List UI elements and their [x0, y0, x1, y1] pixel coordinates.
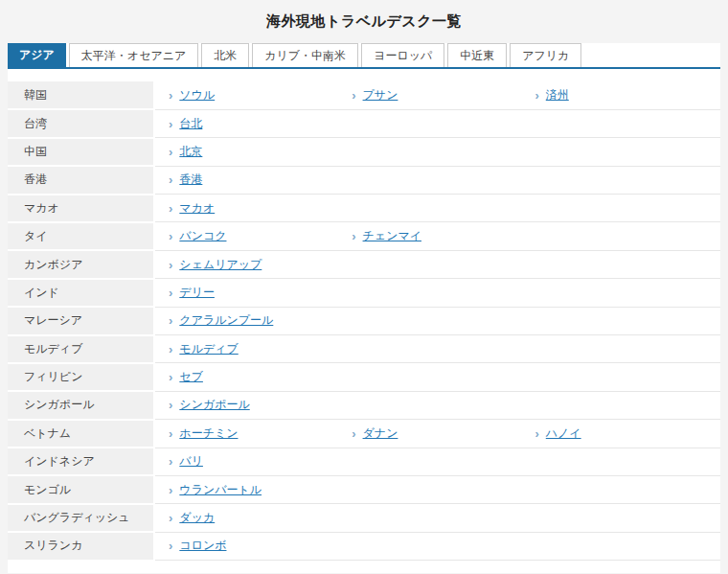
- chevron-right-icon: ›: [169, 230, 172, 242]
- cities-list: ›シンガポール: [169, 397, 720, 413]
- city-link-label: コロンボ: [179, 538, 226, 554]
- city-link[interactable]: ›台北: [169, 116, 352, 132]
- chevron-right-icon: ›: [169, 146, 172, 158]
- cities-list: ›北京: [169, 144, 720, 160]
- city-link-label: バリ: [179, 453, 203, 470]
- country-label: カンボジア: [8, 250, 154, 278]
- page-title: 海外現地トラベルデスク一覧: [0, 0, 728, 43]
- city-link[interactable]: ›ウランバートル: [169, 482, 352, 498]
- country-label: 韓国: [8, 81, 154, 109]
- city-link[interactable]: ›ダナン: [352, 425, 535, 442]
- chevron-right-icon: ›: [169, 512, 172, 524]
- chevron-right-icon: ›: [169, 202, 172, 215]
- table-row: バングラディッシュ›ダッカ: [8, 504, 720, 532]
- country-label: インドネシア: [8, 448, 154, 475]
- city-link-label: ダッカ: [179, 510, 215, 526]
- city-link[interactable]: ›プサン: [352, 87, 535, 103]
- cities-list: ›クアラルンプール: [169, 312, 720, 329]
- country-label: 中国: [8, 138, 154, 166]
- country-label: フィリピン: [8, 363, 154, 391]
- city-link[interactable]: ›ソウル: [169, 87, 352, 103]
- chevron-right-icon: ›: [169, 371, 172, 383]
- city-link[interactable]: ›マカオ: [169, 200, 352, 217]
- chevron-right-icon: ›: [169, 259, 172, 271]
- cities-list: ›デリー: [169, 285, 720, 301]
- table-row: 韓国›ソウル›プサン›済州: [8, 81, 720, 109]
- table-row: マレーシア›クアラルンプール: [8, 307, 720, 334]
- country-label: モンゴル: [8, 475, 154, 503]
- city-link-label: プサン: [363, 87, 398, 103]
- chevron-right-icon: ›: [169, 484, 172, 496]
- city-link[interactable]: ›ハノイ: [535, 425, 717, 442]
- city-link[interactable]: ›コロンボ: [169, 538, 352, 554]
- table-row: マカオ›マカオ: [8, 195, 720, 222]
- city-link-label: デリー: [179, 285, 215, 301]
- region-tab[interactable]: 中近東: [447, 43, 507, 67]
- cities-list: ›コロンボ: [169, 538, 720, 554]
- city-link-label: シンガポール: [179, 397, 249, 413]
- city-link[interactable]: ›香港: [169, 172, 352, 188]
- cities-list: ›セブ: [169, 369, 720, 385]
- table-row: モンゴル›ウランバートル: [8, 475, 720, 503]
- chevron-right-icon: ›: [169, 314, 172, 327]
- city-link[interactable]: ›バリ: [169, 453, 352, 470]
- cities-cell: ›台北: [154, 109, 720, 137]
- cities-cell: ›ダッカ: [154, 504, 720, 532]
- region-tabs: アジア太平洋・オセアニア北米カリブ・中南米ヨーロッパ中近東アフリカ: [8, 43, 720, 69]
- chevron-right-icon: ›: [352, 89, 355, 102]
- table-row: カンボジア›シェムリアップ: [8, 250, 720, 278]
- city-link-label: チェンマイ: [363, 228, 421, 244]
- chevron-right-icon: ›: [535, 89, 538, 102]
- city-link[interactable]: ›済州: [535, 87, 717, 103]
- table-row: タイ›バンコク›チェンマイ: [8, 222, 720, 250]
- city-link-label: ソウル: [179, 87, 215, 103]
- desk-table-wrap: 韓国›ソウル›プサン›済州台湾›台北中国›北京香港›香港マカオ›マカオタイ›バン…: [8, 69, 720, 562]
- city-link[interactable]: ›チェンマイ: [352, 228, 535, 244]
- chevron-right-icon: ›: [169, 287, 172, 299]
- chevron-right-icon: ›: [169, 540, 172, 552]
- region-tab[interactable]: アフリカ: [510, 43, 581, 67]
- chevron-right-icon: ›: [352, 427, 355, 440]
- region-tab[interactable]: ヨーロッパ: [361, 43, 444, 67]
- city-link[interactable]: ›セブ: [169, 369, 352, 385]
- city-link[interactable]: ›北京: [169, 144, 352, 160]
- cities-list: ›ソウル›プサン›済州: [169, 87, 720, 103]
- cities-cell: ›シェムリアップ: [154, 250, 720, 278]
- city-link-label: モルディブ: [179, 341, 238, 357]
- city-link-label: 北京: [179, 144, 202, 160]
- chevron-right-icon: ›: [169, 118, 172, 130]
- table-row: インドネシア›バリ: [8, 448, 720, 475]
- city-link[interactable]: ›クアラルンプール: [169, 312, 352, 329]
- city-link-label: ウランバートル: [179, 482, 262, 498]
- region-tab[interactable]: 北米: [201, 43, 249, 67]
- table-row: ベトナム›ホーチミン›ダナン›ハノイ: [8, 420, 720, 448]
- city-link-label: ホーチミン: [179, 425, 238, 442]
- region-tab[interactable]: カリブ・中南米: [252, 43, 358, 67]
- city-link[interactable]: ›ホーチミン: [169, 425, 352, 442]
- city-link[interactable]: ›シェムリアップ: [169, 257, 352, 273]
- city-link[interactable]: ›デリー: [169, 285, 352, 301]
- city-link-label: シェムリアップ: [179, 257, 262, 273]
- city-link-label: ハノイ: [546, 425, 581, 442]
- country-label: 台湾: [8, 109, 154, 137]
- table-row: 香港›香港: [8, 166, 720, 194]
- city-link[interactable]: ›シンガポール: [169, 397, 352, 413]
- country-label: インド: [8, 279, 154, 307]
- table-row: スリランカ›コロンボ: [8, 532, 720, 560]
- table-row: シンガポール›シンガポール: [8, 391, 720, 419]
- chevron-right-icon: ›: [535, 427, 538, 440]
- table-row: フィリピン›セブ: [8, 363, 720, 391]
- table-row: インド›デリー: [8, 279, 720, 307]
- city-link-label: マカオ: [179, 200, 215, 217]
- region-tab[interactable]: 太平洋・オセアニア: [69, 43, 198, 67]
- country-label: ベトナム: [8, 420, 154, 448]
- chevron-right-icon: ›: [169, 173, 172, 186]
- city-link-label: 済州: [546, 87, 569, 103]
- city-link[interactable]: ›モルディブ: [169, 341, 352, 357]
- city-link[interactable]: ›バンコク: [169, 228, 352, 244]
- region-tab[interactable]: アジア: [8, 43, 66, 67]
- city-link[interactable]: ›ダッカ: [169, 510, 352, 526]
- cities-cell: ›バンコク›チェンマイ: [154, 222, 720, 250]
- cities-list: ›ホーチミン›ダナン›ハノイ: [169, 425, 720, 442]
- cities-list: ›マカオ: [169, 200, 720, 217]
